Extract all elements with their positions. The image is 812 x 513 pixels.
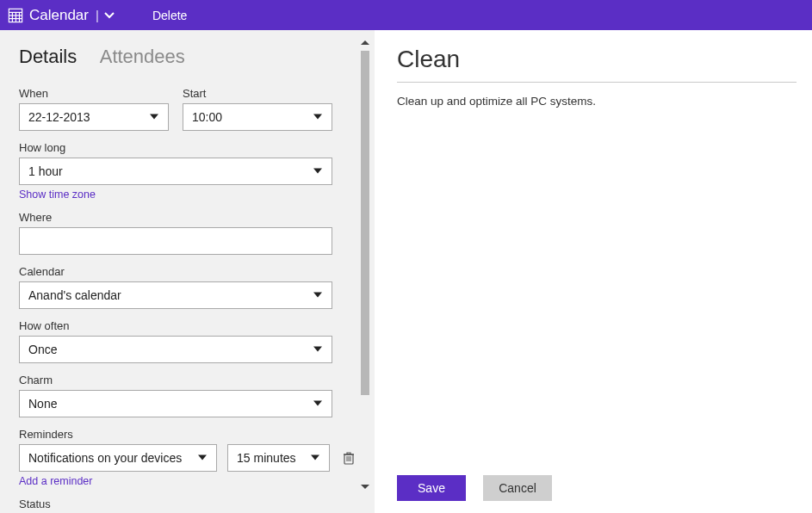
charm-value: None <box>28 397 323 411</box>
start-label: Start <box>183 87 332 100</box>
when-select[interactable]: 22-12-2013 <box>19 103 169 131</box>
header-divider: | <box>96 8 99 22</box>
chevron-down-icon <box>313 111 323 124</box>
app-header: Calendar | Delete <box>0 0 812 30</box>
chevron-down-icon <box>310 452 320 465</box>
reminder-type-value: Notifications on your devices <box>28 451 208 465</box>
chevron-down-icon <box>313 343 323 356</box>
charm-label: Charm <box>19 374 357 386</box>
reminders-label: Reminders <box>19 428 357 441</box>
show-timezone-link[interactable]: Show time zone <box>19 189 96 201</box>
event-pane: Clean Clean up and optimize all PC syste… <box>375 30 812 513</box>
scroll-up-icon[interactable] <box>359 37 371 49</box>
app-title: Calendar <box>29 7 89 24</box>
tabs: Details Attendees <box>19 46 357 68</box>
calendar-label: Calendar <box>19 265 357 278</box>
reminder-time-value: 15 minutes <box>237 451 320 465</box>
tab-attendees[interactable]: Attendees <box>100 46 185 67</box>
when-value: 22-12-2013 <box>28 110 159 124</box>
howlong-value: 1 hour <box>28 164 323 178</box>
scroll-down-icon[interactable] <box>359 480 371 492</box>
howlong-select[interactable]: 1 hour <box>19 158 332 185</box>
start-value: 10:00 <box>192 110 323 124</box>
howoften-select[interactable]: Once <box>19 336 332 363</box>
save-button[interactable]: Save <box>397 475 466 501</box>
cancel-button[interactable]: Cancel <box>483 475 552 501</box>
chevron-down-icon <box>149 111 159 124</box>
howlong-label: How long <box>19 141 357 154</box>
chevron-down-icon <box>313 165 323 178</box>
action-bar: Save Cancel <box>397 475 552 501</box>
delete-reminder-button[interactable] <box>340 449 357 467</box>
scroll-thumb[interactable] <box>361 51 369 395</box>
status-label: Status <box>19 498 357 510</box>
howoften-value: Once <box>28 343 323 356</box>
tab-details[interactable]: Details <box>19 46 77 67</box>
charm-select[interactable]: None <box>19 390 332 417</box>
reminder-type-select[interactable]: Notifications on your devices <box>19 444 217 472</box>
where-label: Where <box>19 211 357 224</box>
details-pane: Details Attendees When 22-12-2013 Start … <box>0 30 375 513</box>
chevron-down-icon <box>313 398 323 411</box>
calendar-select[interactable]: Anand's calendar <box>19 281 332 309</box>
chevron-down-icon <box>313 289 323 302</box>
scrollbar[interactable] <box>359 37 371 492</box>
event-description[interactable]: Clean up and optimize all PC systems. <box>397 95 797 108</box>
trash-icon <box>343 451 355 465</box>
start-select[interactable]: 10:00 <box>183 103 332 131</box>
add-reminder-link[interactable]: Add a reminder <box>19 475 92 487</box>
calendar-icon <box>7 7 24 24</box>
where-input[interactable] <box>19 227 332 255</box>
reminder-time-select[interactable]: 15 minutes <box>227 444 330 472</box>
chevron-down-icon <box>197 452 208 465</box>
event-title[interactable]: Clean <box>397 46 797 83</box>
delete-button[interactable]: Delete <box>152 9 187 22</box>
when-label: When <box>19 87 169 100</box>
header-menu-chevron[interactable] <box>104 10 115 21</box>
howoften-label: How often <box>19 319 357 332</box>
calendar-value: Anand's calendar <box>28 288 323 302</box>
